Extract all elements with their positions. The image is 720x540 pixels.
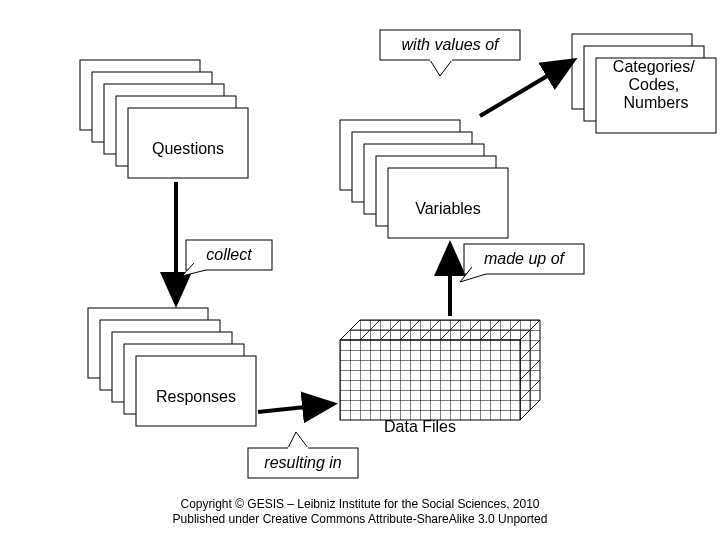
arrow-variables-categories [480,60,574,116]
datafiles-label: Data Files [384,418,456,435]
datafiles-cube [340,320,540,420]
svg-rect-10 [340,340,520,420]
questions-label: Questions [152,140,224,157]
callout-collect: collect [182,240,272,276]
responses-stack [88,308,256,426]
svg-text:made up of: made up of [484,250,566,267]
callout-resulting: resulting in [248,432,358,478]
copyright-line-1: Copyright © GESIS – Leibniz Institute fo… [180,497,539,511]
arrow-responses-datafiles [258,404,334,412]
callout-withvalues: with values of [380,30,520,76]
copyright: Copyright © GESIS – Leibniz Institute fo… [0,497,720,528]
variables-label: Variables [415,200,481,217]
svg-text:with values of: with values of [402,36,500,53]
responses-label: Responses [156,388,236,405]
copyright-line-2: Published under Creative Commons Attribu… [173,512,548,526]
callout-madeup: made up of [460,244,584,282]
svg-text:resulting in: resulting in [264,454,341,471]
svg-text:collect: collect [206,246,252,263]
variables-stack [340,120,508,238]
questions-stack [80,60,248,178]
